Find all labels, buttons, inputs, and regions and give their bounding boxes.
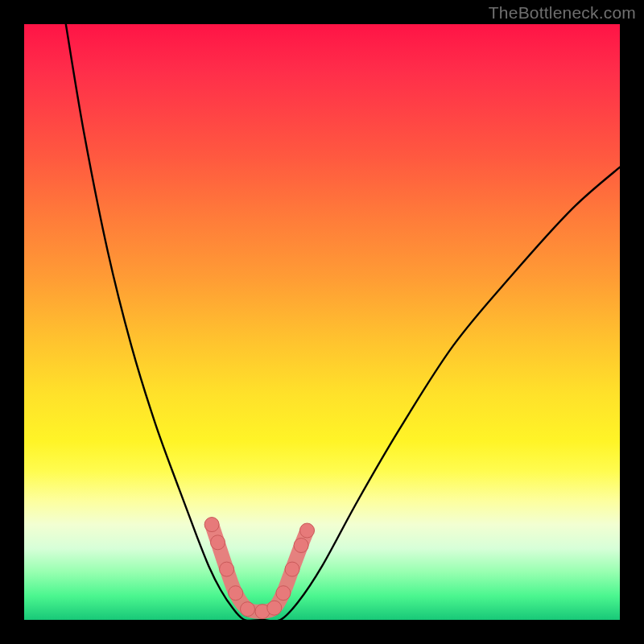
bottleneck-curve <box>66 24 620 621</box>
valley-point-6 <box>267 601 282 615</box>
valley-point-8 <box>285 562 299 576</box>
valley-point-7 <box>276 586 291 601</box>
watermark-text: TheBottleneck.com <box>489 3 636 23</box>
valley-point-3 <box>229 586 243 601</box>
valley-point-4 <box>241 602 255 617</box>
plot-area <box>24 24 620 620</box>
valley-point-9 <box>294 539 308 553</box>
valley-point-1 <box>211 535 225 550</box>
chart-svg <box>24 24 620 620</box>
valley-point-0 <box>204 518 219 532</box>
curve-group <box>66 24 620 621</box>
outer-frame: TheBottleneck.com <box>0 0 644 644</box>
valley-point-10 <box>300 523 315 538</box>
valley-point-2 <box>220 562 234 576</box>
